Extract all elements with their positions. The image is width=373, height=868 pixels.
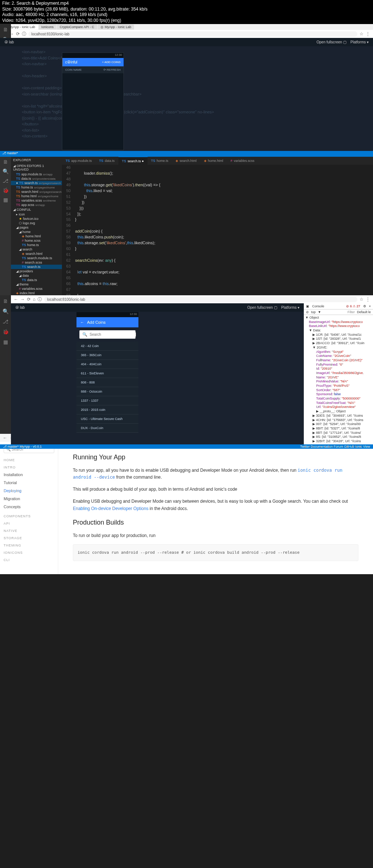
coin-list-item[interactable]: 365 - 365Coin [76,351,138,360]
filter-input[interactable]: Filter [348,310,355,314]
nav-heading[interactable]: THEMING [4,544,54,547]
open-fullscreen-button[interactable]: Open fullscreen [317,40,342,44]
open-editors-section[interactable]: ◢ OPEN EDITORS 1 UNSAVED [11,163,62,172]
url-input[interactable]: localhost:8100/ionic-lab [44,297,357,302]
devtools-tab-console[interactable]: Console [312,304,324,308]
elements-icon[interactable]: ▣ [306,304,309,308]
debug-icon[interactable]: 🐞 [3,329,9,335]
editor-tab[interactable]: TS data.ts [95,157,118,165]
menu-icon[interactable]: ⋮ [366,31,370,36]
open-editor-item[interactable]: TS search.html src\pages\search [11,190,62,194]
open-fullscreen-button[interactable]: Open fullscreen [247,305,273,310]
docs-nav-link[interactable]: Deploying [4,487,54,495]
nav-heading[interactable]: NATIVE [4,529,54,533]
star-icon[interactable]: ☆ [360,31,364,36]
docs-link[interactable]: Enabling On-device Developer Options [73,506,148,511]
editor-tab[interactable]: TS home.ts [148,157,172,165]
tree-item[interactable]: ▸ icon [11,212,62,217]
nav-heading[interactable]: HOME [4,458,54,462]
docs-nav-link[interactable]: Installation [4,471,54,479]
tree-item[interactable]: ◈ home.html [11,234,62,238]
browser-tab[interactable]: Ionicons [39,24,57,30]
docs-nav-link[interactable]: Concepts [4,503,54,511]
tree-item[interactable]: ◢ providers [11,269,62,273]
explorer-icon[interactable]: 🗎 [3,159,8,165]
scm-icon[interactable]: ⎇ [3,319,8,324]
coin-list-item[interactable]: 888 - Octocoin [76,387,138,396]
tree-item[interactable]: ◢ theme [11,282,62,287]
back-icon[interactable]: ← [3,435,7,440]
menu-icon[interactable]: ⋮ [366,297,370,302]
tree-item[interactable]: ◢ home [11,230,62,234]
tree-item[interactable]: ◈ index.html [11,291,62,295]
nav-heading[interactable]: STORAGE [4,536,54,540]
editor-tab[interactable]: # variables.scss [227,157,258,165]
open-editor-item[interactable]: TS app.module.ts src\app [11,172,62,176]
nav-heading[interactable]: CLI [4,558,54,562]
tree-item[interactable]: # home.scss [11,238,62,243]
coin-list-item[interactable]: 611 - SixEleven [76,369,138,378]
add-coins-button[interactable]: + ADD COINS [102,61,121,64]
coin-list-item[interactable]: 808 - 808 [76,378,138,387]
coin-list-item[interactable]: 404 - 404Coin [76,360,138,369]
scm-icon[interactable]: ⎇ [3,178,8,184]
explorer-icon[interactable]: 🗎 [3,298,8,304]
tree-item[interactable]: TS search.module.ts [11,256,62,260]
search-box[interactable]: 🔍 [79,330,136,339]
editor-tab[interactable]: TS search.ts ● [118,157,148,165]
coin-list-item[interactable]: 2015 - 2015 coin [76,405,138,414]
search-icon[interactable]: 🔍 [3,168,9,174]
open-editor-item[interactable]: TS data.ts src\providers\data [11,176,62,181]
coin-list-item[interactable]: 42 - 42 Coin [76,342,138,351]
open-editor-item[interactable]: TS home.ts src\pages\home [11,185,62,190]
context-selector[interactable]: top [311,310,316,314]
tree-item[interactable]: TS search.ts [11,265,62,269]
open-editor-item[interactable]: TS variables.scss src\theme [11,198,62,203]
nav-heading[interactable]: INTRO [4,466,54,469]
clear-icon[interactable]: ⊘ [306,310,309,314]
platforms-dropdown[interactable]: Platforms ▾ [350,40,369,44]
tree-item[interactable]: # search.scss [11,260,62,265]
url-input[interactable]: localhost:8100/ionic-lab [28,31,357,37]
tree-item[interactable]: ⬡ logo.svg [11,221,62,225]
browser-tab[interactable]: ◎ MyApp - Ionic Lab [98,24,134,30]
editor-tab[interactable]: ◈ search.html [172,157,200,165]
tree-item[interactable]: TS home.ts [11,243,62,247]
settings-icon[interactable]: ⚙ [363,304,366,308]
tree-item[interactable]: # variables.scss [11,287,62,291]
tree-item[interactable]: TS data.ts [11,278,62,282]
open-editor-item[interactable]: TS home.html src\pages\home [11,194,62,198]
back-icon[interactable]: ← [80,320,84,324]
coin-list-item[interactable]: 1337 - 1337 [76,396,138,405]
forward-icon[interactable]: → [20,297,25,302]
home-icon[interactable]: ⌂ [33,297,35,302]
browser-tab[interactable]: CryptoCompare API - C [57,24,97,30]
explorer-icon[interactable]: 🗎 [3,27,8,32]
tree-item[interactable]: ◢ pages [11,225,62,230]
reload-icon[interactable]: ⟳ [16,31,20,36]
extensions-icon[interactable]: ▦ [3,197,8,203]
open-editor-item[interactable]: ● TS search.ts src\pages\search [11,181,62,185]
nav-heading[interactable]: IONICONS [4,551,54,554]
nav-heading[interactable]: API [4,522,54,525]
coin-list-item[interactable]: USC - Ultimate Secure Cash [76,414,138,424]
refresh-button[interactable]: ⟳ REFRESH [103,68,121,71]
reload-icon[interactable]: ⟳ [27,297,31,302]
docs-nav-link[interactable]: Migration [4,495,54,503]
tree-item[interactable]: ◈ search.html [11,252,62,256]
docs-nav-link[interactable]: Tutorial [4,479,54,487]
tree-item[interactable]: ◢ data [11,273,62,278]
levels-dropdown[interactable]: Default le [357,310,371,314]
search-input[interactable] [90,332,136,336]
debug-icon[interactable]: 🐞 [3,187,9,193]
project-section[interactable]: ◢ COINFUL [11,207,62,212]
coin-list-item[interactable]: DUX - DuxCoin [76,424,138,433]
star-icon[interactable]: ☆ [360,297,364,302]
nav-heading[interactable]: COMPONENTS [4,514,54,518]
editor-tab[interactable]: ◈ home.html [200,157,227,165]
open-editor-item[interactable]: TS app.scss src\app [11,203,62,207]
extensions-icon[interactable]: ▦ [3,339,8,345]
close-icon[interactable]: × [369,304,371,308]
tree-item[interactable]: ◢ search [11,247,62,252]
search-icon[interactable]: 🔍 [3,308,9,314]
